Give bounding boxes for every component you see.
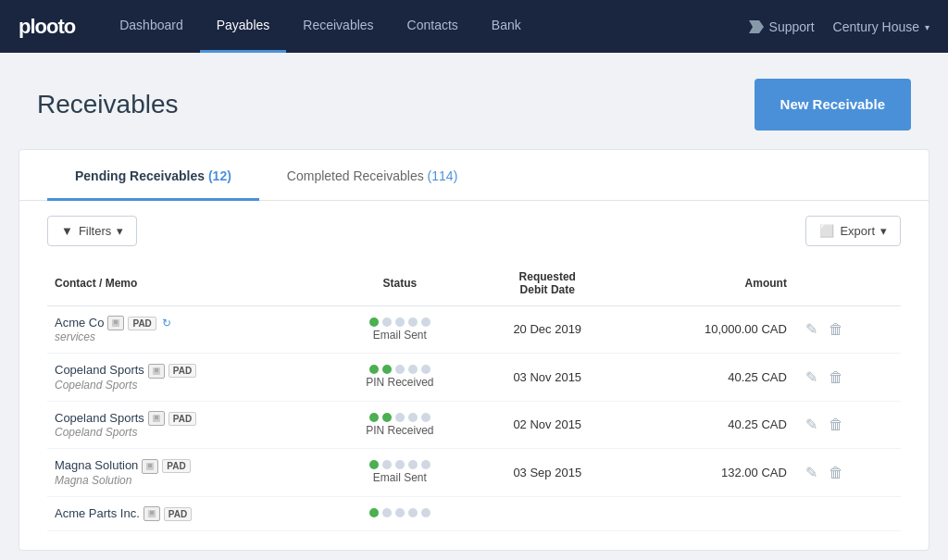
cell-contact: Copeland SportsPADCopeland Sports [47,401,326,449]
cell-contact: Acme Parts Inc.PAD [47,496,326,531]
chevron-down-icon: ▾ [880,224,887,238]
cell-amount: 132.00 CAD [621,449,794,497]
table-row: Copeland SportsPADCopeland SportsPIN Rec… [47,354,901,402]
company-selector[interactable]: Century House ▾ [833,19,929,34]
status-dot [421,317,430,327]
contact-name: Copeland SportsPAD [55,411,318,427]
status-dot [382,508,392,517]
status-dot [408,508,418,517]
tab-pending-label: Pending Receivables [75,168,208,183]
cell-amount: 40.25 CAD [621,354,794,402]
contact-memo: Copeland Sports [55,379,318,392]
tab-completed-count: (114) [428,168,458,183]
status-dot [408,317,418,327]
receivables-table: Contact / Memo Status RequestedDebit Dat… [19,261,929,551]
pad-badge: PAD [168,412,196,426]
col-status: Status [326,261,473,306]
edit-icon[interactable]: ✎ [802,319,821,339]
support-link[interactable]: Support [749,19,815,34]
col-debit-date: RequestedDebit Date [473,261,621,306]
pad-badge: PAD [128,317,156,330]
status-dot [369,413,379,422]
status-dot [395,413,405,422]
status-dots [333,508,466,517]
table-row: Magna SolutionPADMagna SolutionEmail Sen… [47,449,901,497]
col-amount: Amount [621,261,794,306]
export-label: Export [840,224,875,238]
contact-name: Acme Parts Inc.PAD [55,506,318,522]
pad-badge-icon [148,364,165,379]
page-header: Receivables New Receivable [0,53,948,149]
status-dot [382,317,392,327]
pad-badge: PAD [164,507,192,521]
nav-payables[interactable]: Payables [200,0,287,53]
cell-amount [621,496,794,531]
status-dot [395,365,405,374]
contact-name: Copeland SportsPAD [55,363,318,379]
status-label: PIN Received [333,424,466,437]
tab-completed[interactable]: Completed Receivables (114) [259,150,485,201]
nav-receivables[interactable]: Receivables [286,0,390,53]
cell-actions: ✎ 🗑 [794,305,901,354]
status-dots [333,317,466,327]
pad-badge-icon [148,411,165,426]
status-dot [421,413,430,422]
cell-status [326,496,473,531]
status-dots [333,460,466,469]
cell-debit-date: 03 Nov 2015 [473,354,621,402]
edit-icon[interactable]: ✎ [802,463,821,482]
status-label: Email Sent [333,329,466,342]
company-name: Century House [833,19,919,34]
delete-icon[interactable]: 🗑 [825,415,847,434]
delete-icon[interactable]: 🗑 [825,463,847,482]
cell-actions: ✎ 🗑 [794,354,901,402]
pad-badge-icon [143,506,160,521]
cell-status: PIN Received [326,354,473,402]
delete-icon[interactable]: 🗑 [825,367,847,387]
cell-debit-date: 20 Dec 2019 [473,305,621,354]
cell-actions [794,496,901,531]
tab-pending[interactable]: Pending Receivables (12) [47,150,259,201]
contact-name: Magna SolutionPAD [55,458,318,474]
new-receivable-button[interactable]: New Receivable [755,79,911,131]
status-dot [395,460,405,469]
status-dot [369,317,379,327]
col-actions [794,261,901,306]
col-contact: Contact / Memo [47,261,326,306]
nav-right: Support Century House ▾ [749,19,929,34]
status-dot [382,460,392,469]
contact-memo: services [55,330,318,343]
status-dot [421,508,430,517]
status-label: Email Sent [333,471,466,484]
status-dot [369,365,379,374]
nav-bank[interactable]: Bank [475,0,538,53]
export-icon: ⬜ [819,224,834,238]
status-dot [395,508,405,517]
chevron-down-icon: ▾ [925,22,929,32]
pad-badge: PAD [168,364,196,378]
export-button[interactable]: ⬜ Export ▾ [805,216,901,246]
chevron-down-icon: ▾ [117,224,123,238]
pad-badge-icon [142,459,158,474]
navbar: plooto Dashboard Payables Receivables Co… [0,0,948,53]
cell-amount: 40.25 CAD [621,401,794,449]
filters-button[interactable]: ▼ Filters ▾ [47,216,137,246]
edit-icon[interactable]: ✎ [802,367,821,387]
cell-contact: Copeland SportsPADCopeland Sports [47,354,326,402]
cell-debit-date: 03 Sep 2015 [473,449,621,497]
delete-icon[interactable]: 🗑 [825,319,847,339]
tab-pending-count: (12) [208,168,231,183]
cell-debit-date: 02 Nov 2015 [473,401,621,449]
table-row: Copeland SportsPADCopeland SportsPIN Rec… [47,401,901,449]
flag-icon [749,20,764,33]
status-dot [395,317,405,327]
toolbar: ▼ Filters ▾ ⬜ Export ▾ [19,201,929,261]
edit-icon[interactable]: ✎ [802,415,821,434]
status-dot [408,365,418,374]
status-dot [382,365,392,374]
nav-dashboard[interactable]: Dashboard [103,0,200,53]
contact-name: Acme CoPAD↻ [55,316,318,331]
nav-contacts[interactable]: Contacts [391,0,475,53]
cell-debit-date [473,496,621,531]
cell-status: PIN Received [326,401,473,449]
